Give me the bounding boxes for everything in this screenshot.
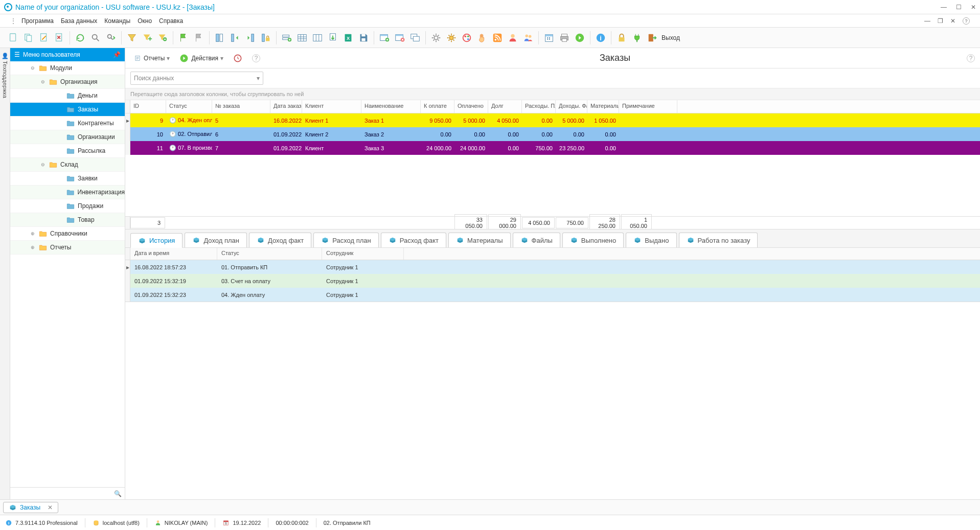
maximize-icon[interactable]: ☐ [956, 4, 962, 11]
flag-gray-icon[interactable] [192, 31, 206, 45]
tree-item-отчеты[interactable]: ⊕Отчеты [10, 241, 125, 255]
menu-program[interactable]: Программа [21, 17, 54, 25]
flag-green-icon[interactable] [176, 31, 191, 45]
pin-icon[interactable]: 📌 [113, 51, 121, 58]
tree-item-организация[interactable]: ⊖Организация [10, 75, 125, 89]
lock-icon[interactable] [614, 31, 629, 45]
filter-icon[interactable] [125, 31, 139, 45]
history-row[interactable]: 01.09.2022 15:32:1903. Счет на оплатуСот… [125, 274, 980, 288]
tree-item-модули[interactable]: ⊖Модули [10, 61, 125, 75]
new-icon[interactable] [6, 31, 20, 45]
filter-add-icon[interactable] [140, 31, 154, 45]
col-status[interactable]: Статус [166, 100, 212, 113]
menu-commands[interactable]: Команды [104, 17, 130, 25]
palette-icon[interactable] [460, 31, 474, 45]
refresh-icon[interactable] [73, 31, 87, 45]
users-icon[interactable] [521, 31, 535, 45]
col-client[interactable]: Клиент [302, 100, 361, 113]
menu-help[interactable]: Справка [159, 17, 183, 25]
column-left-icon[interactable] [228, 31, 242, 45]
mdi-restore-icon[interactable]: ❐ [938, 17, 943, 25]
col-exp[interactable]: Расходы. План [522, 100, 556, 113]
tree-item-инвентаризация[interactable]: Инвентаризация [10, 186, 125, 199]
window-close-icon[interactable] [393, 31, 407, 45]
tab-7[interactable]: Выполнено [562, 233, 624, 247]
plug-icon[interactable] [630, 31, 644, 45]
mdi-close-icon[interactable]: ✕ [950, 17, 955, 25]
window-add-icon[interactable] [377, 31, 392, 45]
tree-item-рассылка[interactable]: Рассылка [10, 144, 125, 158]
tab-0[interactable]: История [130, 233, 183, 248]
col-id[interactable]: ID [130, 100, 166, 113]
col-mat[interactable]: Материалы [587, 100, 619, 113]
col-pay[interactable]: К оплате [421, 100, 454, 113]
copy-icon[interactable] [21, 31, 36, 45]
edit-icon[interactable] [37, 31, 51, 45]
col-name[interactable]: Наименование [361, 100, 421, 113]
tree-item-склад[interactable]: ⊖Склад [10, 158, 125, 172]
table-row[interactable]: ▸9🕐 04. Жден оплату516.08.2022Клиент 1За… [125, 113, 980, 127]
table-row[interactable]: 11🕐 07. В производ...701.09.2022КлиентЗа… [125, 141, 980, 155]
forward-icon[interactable] [573, 31, 587, 45]
mdi-minimize-icon[interactable]: — [924, 17, 930, 25]
search-next-icon[interactable] [104, 31, 118, 45]
info-icon[interactable]: i [594, 31, 608, 45]
tree-item-деньги[interactable]: Деньги [10, 89, 125, 103]
group-by-bar[interactable]: Перетащите сюда заголовок колонки, чтобы… [125, 88, 980, 100]
row-add-icon[interactable] [280, 31, 294, 45]
close-icon[interactable]: ✕ [971, 4, 976, 11]
col-number[interactable]: № заказа [212, 100, 270, 113]
tab-2[interactable]: Доход факт [249, 233, 311, 247]
menu-window[interactable]: Окно [138, 17, 152, 25]
tree-item-заявки[interactable]: Заявки [10, 172, 125, 186]
tab-8[interactable]: Выдано [626, 233, 676, 247]
tab-3[interactable]: Расход план [313, 233, 379, 247]
task-close-icon[interactable]: ✕ [48, 504, 53, 511]
tree-item-товар[interactable]: Товар [10, 213, 125, 227]
column-right-icon[interactable] [243, 31, 258, 45]
tree-item-продажи[interactable]: Продажи [10, 199, 125, 213]
tree-item-организации[interactable]: Организации [10, 130, 125, 144]
exit-label[interactable]: Выход [662, 34, 680, 41]
col-note[interactable]: Примечание [619, 100, 677, 113]
content-help-icon[interactable]: ? [967, 54, 975, 62]
gear-color-icon[interactable] [444, 31, 459, 45]
tab-4[interactable]: Расход факт [381, 233, 446, 247]
menu-database[interactable]: База данных [61, 17, 97, 25]
delete-icon[interactable] [52, 31, 66, 45]
column-icon[interactable] [213, 31, 227, 45]
user-icon[interactable] [506, 31, 520, 45]
excel-icon[interactable]: X [341, 31, 355, 45]
table-row[interactable]: 10🕐 02. Отправили ...601.09.2022Клиент 2… [125, 127, 980, 141]
save-icon[interactable] [356, 31, 371, 45]
col-date[interactable]: Дата заказа [270, 100, 302, 113]
column-lock-icon[interactable] [259, 31, 273, 45]
col-debt[interactable]: Долг [488, 100, 522, 113]
history-row[interactable]: 01.09.2022 15:32:2304. Жден оплатуСотруд… [125, 288, 980, 302]
help-button[interactable]: ? [249, 52, 263, 64]
chevron-down-icon[interactable]: ▾ [257, 75, 260, 82]
support-vertical-tab[interactable]: 👤Техподдержка [0, 48, 10, 499]
task-button-orders[interactable]: Заказы ✕ [3, 502, 58, 513]
minimize-icon[interactable]: — [941, 4, 947, 11]
tab-9[interactable]: Работа по заказу [679, 233, 758, 247]
grid-columns-icon[interactable] [310, 31, 325, 45]
print-icon[interactable] [557, 31, 572, 45]
actions-button[interactable]: Действия▾ [176, 51, 226, 65]
tree-item-справочники[interactable]: ⊕Справочники [10, 227, 125, 241]
tab-6[interactable]: Файлы [513, 233, 560, 247]
tree-item-контрагенты[interactable]: Контрагенты [10, 117, 125, 130]
windows-icon[interactable] [408, 31, 422, 45]
reports-button[interactable]: Отчеты▾ [130, 53, 173, 64]
calendar-icon[interactable] [542, 31, 556, 45]
history-row[interactable]: ▸16.08.2022 18:57:2301. Отправить КПСотр… [125, 260, 980, 274]
sidebar-search-icon[interactable]: 🔍 [114, 490, 122, 497]
search-input[interactable]: Поиск данных ▾ [130, 72, 263, 85]
gear-icon[interactable] [429, 31, 443, 45]
hand-icon[interactable] [475, 31, 489, 45]
mdi-help-icon[interactable]: ? [963, 17, 970, 25]
search-icon[interactable] [88, 31, 103, 45]
filter-clear-icon[interactable] [155, 31, 170, 45]
grid-icon[interactable] [295, 31, 309, 45]
tree-item-заказы[interactable]: Заказы [10, 103, 125, 117]
